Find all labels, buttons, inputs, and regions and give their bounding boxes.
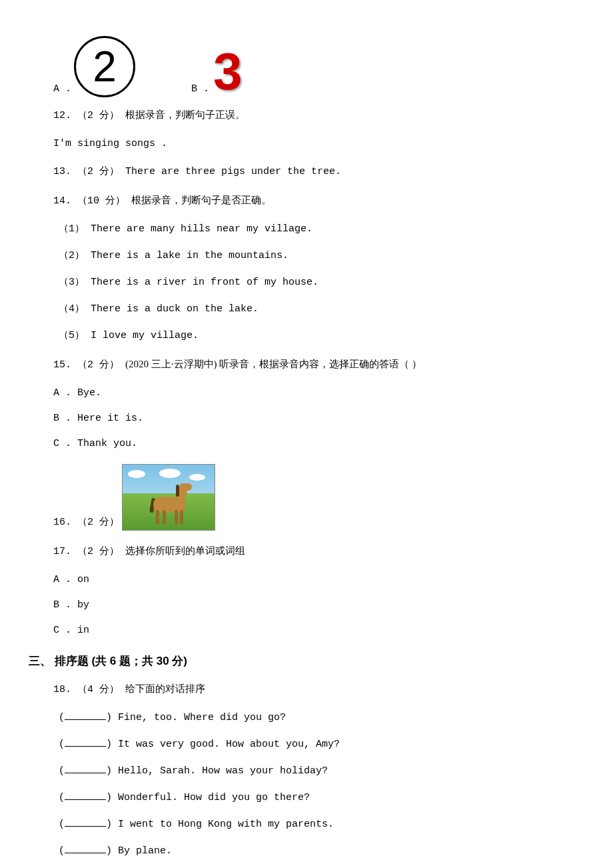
q14-item-1: （1） There are many hills near my village… (59, 221, 560, 237)
q17-instruction: 选择你所听到的单词或词组 (125, 545, 245, 556)
q18-prefix: 18. （4 分） (53, 684, 125, 695)
q14-item-4: （4） There is a duck on the lake. (59, 301, 560, 317)
q14-item-1-label: （1） (59, 223, 91, 235)
q14-instruction: 根据录音，判断句子是否正确。 (131, 195, 271, 205)
q15-c-label: C . (53, 438, 77, 449)
red-number-3-image: 3 (213, 45, 242, 97)
q18-line-1: () Fine, too. Where did you go? (59, 710, 560, 726)
q14-item-4-text: There is a duck on the lake. (91, 303, 259, 315)
q17-b-label: B . (53, 599, 77, 611)
q15: 15. （2 分） (2020 三上·云浮期中) 听录音，根据录音内容，选择正确… (53, 356, 560, 373)
q15-meta: (2020 三上·云浮期中) (125, 359, 219, 369)
q14-item-2-label: （2） (59, 250, 91, 261)
q18-line-2-text: It was very good. How about you, Amy? (118, 739, 340, 750)
q14-item-4-label: （4） (59, 303, 91, 315)
q14-item-1-text: There are many hills near my village. (91, 223, 312, 235)
q13-text: There are three pigs under the tree. (125, 166, 341, 177)
q12-instruction: 根据录音，判断句子正误。 (125, 109, 245, 120)
q18-line-5: () I went to Hong Kong with my parents. (59, 817, 560, 833)
q17-a-label: A . (53, 574, 77, 585)
blank-input[interactable] (65, 817, 106, 827)
q14-item-3-label: （3） (59, 277, 91, 288)
option-b-label: B . (191, 83, 209, 95)
q16-prefix: 16. （2 分） (53, 515, 119, 531)
q17-option-c: C . in (53, 623, 560, 639)
option-a-label: A . (53, 83, 71, 95)
q18-line-2: () It was very good. How about you, Amy? (59, 737, 560, 753)
q15-a-label: A . (53, 387, 77, 399)
q15-option-b: B . Here it is. (53, 411, 560, 427)
blank-input[interactable] (65, 737, 106, 747)
q14: 14. （10 分） 根据录音，判断句子是否正确。 (53, 192, 560, 209)
q17-option-b: B . by (53, 597, 560, 613)
q18-line-3: () Hello, Sarah. How was your holiday? (59, 763, 560, 779)
q17: 17. （2 分） 选择你所听到的单词或词组 (53, 543, 560, 560)
q15-c-text: Thank you. (77, 438, 137, 449)
q15-option-a: A . Bye. (53, 385, 560, 401)
q16: 16. （2 分） (53, 464, 560, 531)
q14-item-5-text: I love my village. (91, 330, 199, 341)
q14-item-3-text: There is a river in front of my house. (91, 277, 318, 288)
q18-line-6: () By plane. (59, 843, 560, 859)
q14-item-5: （5） I love my village. (59, 328, 560, 344)
q13: 13. （2 分） There are three pigs under the… (53, 164, 560, 180)
q15-b-label: B . (53, 413, 77, 424)
blank-input[interactable] (65, 843, 106, 853)
q12: 12. （2 分） 根据录音，判断句子正误。 (53, 107, 560, 124)
blank-input[interactable] (65, 790, 106, 800)
q17-prefix: 17. （2 分） (53, 546, 125, 557)
q15-instruction: 听录音，根据录音内容，选择正确的答语（ ） (219, 359, 422, 369)
q14-prefix: 14. （10 分） (53, 195, 131, 207)
blank-input[interactable] (65, 763, 106, 773)
circle-number-2-image: 2 (74, 36, 135, 97)
q18-line-6-text: By plane. (118, 845, 172, 857)
horse-image (122, 464, 215, 531)
q15-option-c: C . Thank you. (53, 436, 560, 452)
q18-line-1-text: Fine, too. Where did you go? (118, 712, 286, 723)
q17-option-a: A . on (53, 572, 560, 588)
q15-a-text: Bye. (77, 387, 101, 399)
q14-item-2: （2） There is a lake in the mountains. (59, 248, 560, 264)
q14-item-3: （3） There is a river in front of my hous… (59, 275, 560, 291)
q14-item-2-text: There is a lake in the mountains. (91, 250, 289, 261)
q13-prefix: 13. （2 分） (53, 166, 125, 177)
q17-c-text: in (77, 625, 89, 636)
q14-item-5-label: （5） (59, 330, 91, 341)
q18-line-4-text: Wonderful. How did you go there? (118, 792, 310, 803)
q11-options: A . 2 B . 3 (53, 33, 560, 95)
q17-c-label: C . (53, 625, 77, 636)
q17-b-text: by (77, 599, 89, 611)
q18-line-5-text: I went to Hong Kong with my parents. (118, 819, 334, 830)
q18: 18. （4 分） 给下面的对话排序 (53, 681, 560, 698)
q15-b-text: Here it is. (77, 413, 143, 424)
section-3-header: 三、 排序题 (共 6 题；共 30 分) (29, 653, 560, 669)
q18-line-3-text: Hello, Sarah. How was your holiday? (118, 765, 328, 777)
q12-sentence: I'm singing songs . (53, 136, 560, 152)
blank-input[interactable] (65, 710, 106, 720)
q12-prefix: 12. （2 分） (53, 110, 125, 121)
q18-line-4: () Wonderful. How did you go there? (59, 790, 560, 806)
q17-a-text: on (77, 574, 89, 585)
q15-prefix: 15. （2 分） (53, 359, 125, 371)
q18-instruction: 给下面的对话排序 (125, 683, 205, 694)
